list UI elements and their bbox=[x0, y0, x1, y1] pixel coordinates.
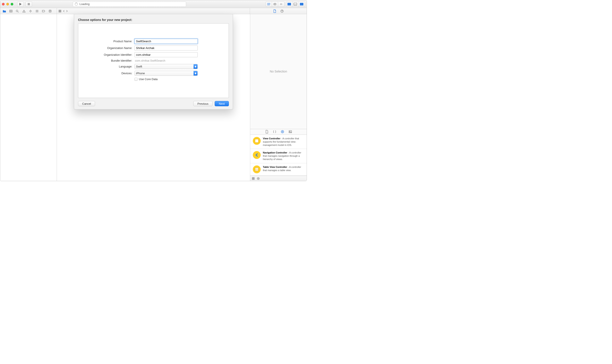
debug-navigator-icon[interactable] bbox=[34, 9, 40, 13]
file-inspector-icon[interactable] bbox=[272, 9, 277, 13]
svg-rect-26 bbox=[59, 11, 60, 12]
devices-value: iPhone bbox=[136, 72, 145, 75]
subtoolbar bbox=[0, 8, 307, 14]
svg-marker-32 bbox=[195, 67, 196, 68]
toggle-navigator-button[interactable] bbox=[286, 2, 292, 7]
sheet-footer: Cancel Previous Next bbox=[78, 101, 229, 106]
svg-rect-46 bbox=[254, 177, 254, 178]
svg-rect-10 bbox=[294, 4, 297, 5]
use-core-data-checkbox[interactable]: Use Core Data bbox=[135, 78, 198, 81]
svg-point-35 bbox=[281, 130, 284, 133]
svg-rect-40 bbox=[255, 168, 258, 171]
organization-name-label: Organization Name: bbox=[78, 46, 135, 50]
navigator-area bbox=[0, 14, 57, 181]
new-project-sheet: Choose options for your new project: Pro… bbox=[74, 14, 233, 109]
close-window-button[interactable] bbox=[2, 3, 5, 5]
toggle-debug-area-button[interactable] bbox=[292, 2, 299, 7]
devices-label: Devices: bbox=[78, 72, 135, 75]
library-item-navigation-controller[interactable]: Navigation Controller - A controller tha… bbox=[250, 149, 307, 163]
inspector-selector bbox=[250, 8, 307, 14]
sheet-body: Product Name: Organization Name: Organiz… bbox=[78, 23, 229, 98]
svg-point-36 bbox=[282, 131, 283, 132]
assistant-editor-button[interactable] bbox=[272, 2, 278, 7]
project-navigator-icon[interactable] bbox=[1, 9, 7, 13]
svg-rect-45 bbox=[252, 179, 253, 180]
run-button[interactable] bbox=[17, 1, 24, 7]
organization-identifier-input[interactable] bbox=[135, 52, 198, 57]
svg-rect-37 bbox=[289, 131, 292, 133]
panel-visibility-segmented[interactable] bbox=[286, 1, 305, 7]
svg-rect-44 bbox=[252, 177, 253, 178]
svg-rect-25 bbox=[59, 10, 60, 11]
devices-popup[interactable]: iPhone bbox=[135, 71, 198, 76]
navigation-controller-icon bbox=[253, 151, 261, 159]
titlebar: Loading bbox=[0, 0, 307, 8]
checkbox-icon bbox=[135, 78, 137, 81]
object-library-icon[interactable] bbox=[280, 129, 285, 134]
svg-rect-28 bbox=[60, 11, 61, 12]
language-value: Swift bbox=[136, 65, 142, 68]
bundle-identifier-label: Bundle Identifier: bbox=[78, 59, 135, 62]
zoom-window-button[interactable] bbox=[11, 3, 13, 5]
editor-area: Choose options for your new project: Pro… bbox=[57, 14, 250, 181]
symbol-navigator-icon[interactable] bbox=[8, 9, 14, 13]
file-template-library-icon[interactable] bbox=[264, 129, 270, 134]
jump-bar-back-icon[interactable] bbox=[63, 10, 65, 13]
standard-editor-button[interactable] bbox=[266, 2, 272, 7]
toggle-inspector-button[interactable] bbox=[299, 2, 305, 7]
product-name-label: Product Name: bbox=[78, 40, 135, 43]
find-navigator-icon[interactable] bbox=[14, 9, 20, 13]
report-navigator-icon[interactable] bbox=[47, 9, 53, 13]
library-selector bbox=[250, 129, 307, 135]
svg-marker-0 bbox=[19, 3, 22, 5]
jump-bar-forward-icon[interactable] bbox=[66, 10, 68, 13]
previous-button[interactable]: Previous bbox=[193, 101, 213, 106]
activity-text: Loading bbox=[80, 2, 90, 6]
popup-arrows-icon bbox=[193, 64, 197, 69]
version-editor-button[interactable] bbox=[278, 2, 284, 7]
test-navigator-icon[interactable] bbox=[28, 9, 33, 13]
library-filter-icon[interactable] bbox=[257, 177, 260, 180]
breakpoint-navigator-icon[interactable] bbox=[41, 9, 46, 13]
view-controller-icon bbox=[253, 137, 261, 145]
titlebar-right bbox=[266, 1, 305, 7]
svg-point-6 bbox=[275, 3, 276, 5]
library-view-grid-icon[interactable] bbox=[252, 177, 255, 180]
inspector-area: No Selection bbox=[250, 14, 307, 181]
library-footer bbox=[250, 176, 307, 181]
popup-arrows-icon bbox=[193, 71, 197, 76]
jump-bar[interactable] bbox=[57, 8, 250, 14]
svg-point-16 bbox=[16, 10, 18, 12]
code-snippet-library-icon[interactable] bbox=[272, 129, 277, 134]
svg-rect-8 bbox=[288, 3, 288, 5]
language-label: Language: bbox=[78, 65, 135, 68]
product-name-input[interactable] bbox=[135, 39, 198, 44]
related-items-icon[interactable] bbox=[59, 10, 62, 13]
svg-rect-27 bbox=[60, 10, 61, 11]
library-item-view-controller[interactable]: View Controller - A controller that supp… bbox=[250, 135, 307, 149]
svg-rect-1 bbox=[28, 3, 30, 5]
svg-line-17 bbox=[18, 12, 18, 13]
editor-mode-segmented[interactable] bbox=[266, 1, 285, 7]
sheet-title: Choose options for your new project: bbox=[78, 18, 229, 22]
bundle-identifier-value: com.shrikar.SwiftSearch bbox=[135, 59, 165, 62]
quick-help-inspector-icon[interactable] bbox=[279, 9, 285, 13]
svg-rect-12 bbox=[302, 3, 303, 5]
navigator-selector bbox=[0, 8, 57, 14]
svg-marker-34 bbox=[195, 73, 196, 75]
cancel-button[interactable]: Cancel bbox=[78, 101, 95, 106]
language-popup[interactable]: Swift bbox=[135, 64, 198, 69]
stop-button[interactable] bbox=[26, 1, 32, 7]
object-library-list[interactable]: View Controller - A controller that supp… bbox=[250, 135, 307, 176]
media-library-icon[interactable] bbox=[287, 129, 293, 134]
window-body: Choose options for your new project: Pro… bbox=[0, 14, 307, 181]
svg-rect-47 bbox=[254, 179, 254, 180]
table-view-controller-icon bbox=[253, 166, 261, 173]
organization-name-input[interactable] bbox=[135, 46, 198, 51]
next-button[interactable]: Next bbox=[215, 101, 229, 106]
activity-view: Loading bbox=[73, 1, 186, 7]
issue-navigator-icon[interactable] bbox=[21, 9, 27, 13]
minimize-window-button[interactable] bbox=[6, 3, 9, 5]
activity-spinner-icon bbox=[75, 3, 78, 6]
library-item-table-view-controller[interactable]: Table View Controller - A controller tha… bbox=[250, 163, 307, 176]
